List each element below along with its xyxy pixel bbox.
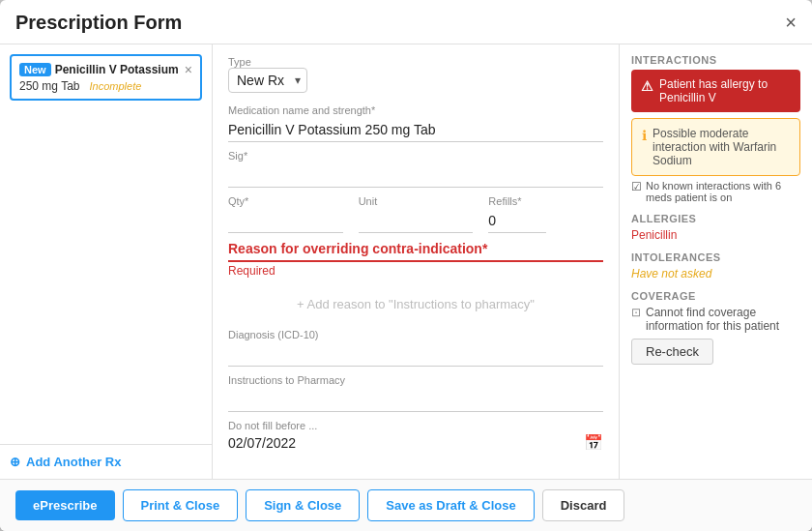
sign-close-button[interactable]: Sign & Close (246, 489, 360, 521)
sig-input[interactable] (228, 163, 603, 188)
allergy-value: Penicillin (631, 228, 800, 242)
allergy-alert-text: Patient has allergy to Penicillin V (659, 77, 791, 104)
info-icon: ℹ (642, 128, 647, 143)
intolerances-title: INTOLERANCES (631, 251, 800, 263)
unit-field-group: Unit (359, 195, 474, 233)
rx-status: Incomplete (90, 80, 142, 92)
save-draft-close-button[interactable]: Save as Draft & Close (367, 489, 534, 521)
interactions-section: INTERACTIONS ⚠ Patient has allergy to Pe… (631, 54, 800, 203)
allergy-alert: ⚠ Patient has allergy to Penicillin V (631, 70, 800, 112)
qty-row: Qty* Unit Refills* (228, 195, 603, 233)
modal-header: Prescription Form × (0, 0, 812, 44)
coverage-info-text: Cannot find coverage information for thi… (646, 306, 800, 333)
coverage-info: ⊡ Cannot find coverage information for t… (631, 306, 800, 333)
modal-title: Prescription Form (15, 12, 182, 34)
refills-label: Refills* (488, 195, 603, 207)
instructions-label: Instructions to Pharmacy (228, 374, 603, 386)
question-icon: ⊡ (631, 306, 641, 319)
intolerance-value: Have not asked (631, 267, 800, 280)
add-reason-placeholder[interactable]: + Add reason to "Instructions to pharmac… (228, 280, 603, 321)
refills-field-group: Refills* (488, 195, 603, 233)
warning-icon: ⚠ (641, 78, 653, 94)
checkmark-icon: ☑ (631, 180, 642, 193)
fill-date-label: Do not fill before ... (228, 420, 603, 431)
diagnosis-input[interactable] (228, 342, 603, 367)
discard-button[interactable]: Discard (542, 489, 625, 521)
add-another-label: Add Another Rx (26, 455, 121, 469)
add-reason-text: + Add reason to "Instructions to pharmac… (297, 297, 535, 311)
med-value: Penicillin V Potassium 250 mg Tab (228, 118, 603, 142)
moderate-alert: ℹ Possible moderate interaction with War… (631, 118, 800, 176)
plus-icon: ⊕ (10, 455, 20, 469)
modal-footer: ePrescribe Print & Close Sign & Close Sa… (0, 479, 812, 531)
calendar-icon[interactable]: 📅 (584, 433, 603, 452)
unit-label: Unit (359, 195, 474, 207)
coverage-section: COVERAGE ⊡ Cannot find coverage informat… (631, 290, 800, 365)
print-close-button[interactable]: Print & Close (123, 489, 239, 521)
medication-field-group: Medication name and strength* Penicillin… (228, 104, 603, 142)
center-panel: Type New Rx ▾ Medication name and streng… (213, 44, 619, 479)
type-label: Type (228, 56, 307, 68)
type-row: Type New Rx ▾ (228, 56, 603, 93)
contra-label: Reason for overriding contra-indication* (228, 241, 603, 262)
recheck-button[interactable]: Re-check (631, 339, 713, 365)
instructions-input[interactable] (228, 388, 603, 412)
rx-strength: 250 mg Tab (19, 79, 80, 93)
modal-body: New Penicillin V Potassium × 250 mg Tab … (0, 44, 812, 479)
required-text: Required (228, 264, 603, 278)
qty-input[interactable] (228, 209, 343, 233)
type-field-group: Type New Rx ▾ (228, 56, 307, 93)
qty-field-group: Qty* (228, 195, 343, 233)
type-select[interactable]: New Rx (228, 68, 307, 93)
med-label: Medication name and strength* (228, 104, 603, 116)
coverage-title: COVERAGE (631, 290, 800, 302)
fill-date-field-group: Do not fill before ... 02/07/2022 📅 (228, 420, 603, 452)
moderate-alert-text: Possible moderate interaction with Warfa… (652, 127, 790, 167)
interactions-title: INTERACTIONS (631, 54, 800, 66)
eprescribe-button[interactable]: ePrescribe (15, 490, 115, 520)
right-panel: INTERACTIONS ⚠ Patient has allergy to Pe… (619, 44, 812, 479)
allergies-title: ALLERGIES (631, 213, 800, 224)
diagnosis-field-group: Diagnosis (ICD-10) (228, 329, 603, 367)
intolerances-section: INTOLERANCES Have not asked (631, 251, 800, 280)
modal-close-button[interactable]: × (785, 12, 797, 34)
refills-input[interactable] (488, 209, 546, 233)
no-interactions-text: No known interactions with 6 meds patien… (646, 180, 800, 203)
rx-new-badge: New (19, 63, 51, 76)
sig-label: Sig* (228, 150, 603, 162)
left-panel: New Penicillin V Potassium × 250 mg Tab … (0, 44, 213, 479)
instructions-field-group: Instructions to Pharmacy (228, 374, 603, 412)
rx-tag-list: New Penicillin V Potassium × 250 mg Tab … (0, 44, 212, 444)
qty-label: Qty* (228, 195, 343, 207)
add-another-rx-button[interactable]: ⊕ Add Another Rx (10, 455, 121, 469)
add-another-section: ⊕ Add Another Rx (0, 444, 212, 479)
contra-field-group: Reason for overriding contra-indication*… (228, 241, 603, 321)
rx-tag-item: New Penicillin V Potassium × 250 mg Tab … (10, 54, 202, 101)
allergies-section: ALLERGIES Penicillin (631, 213, 800, 242)
no-interactions-note: ☑ No known interactions with 6 meds pati… (631, 180, 800, 203)
diagnosis-label: Diagnosis (ICD-10) (228, 329, 603, 340)
rx-medication-name: Penicillin V Potassium (55, 63, 181, 76)
sig-field-group: Sig* (228, 150, 603, 188)
unit-input[interactable] (359, 209, 474, 233)
prescription-form-modal: Prescription Form × New Penicillin V Pot… (0, 0, 812, 531)
fill-date-value: 02/07/2022 (228, 435, 296, 451)
rx-tag-close-button[interactable]: × (185, 62, 192, 77)
